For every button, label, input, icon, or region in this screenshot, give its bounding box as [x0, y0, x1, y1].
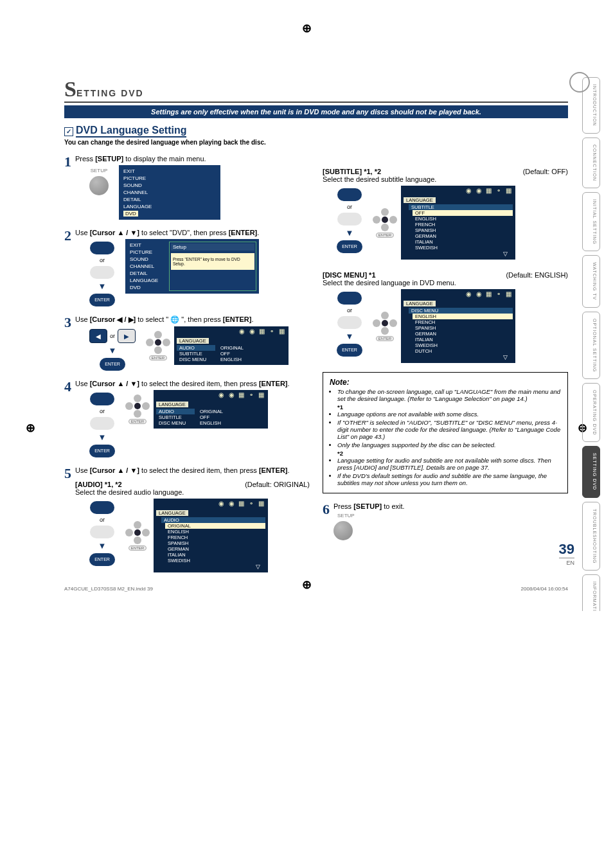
- language-osd-graphic: ◉ ◉ ▦ ⚬ ▦LANGUAGEAUDIOSUBTITLEDISC MENUO…: [174, 326, 289, 365]
- footer-file: A74GCUE_LD370SS8 M2_EN.indd 39: [64, 586, 153, 592]
- step-6-text: Press [SETUP] to exit.: [333, 502, 405, 510]
- step-5-text: Use [Cursor ▲ / ▼] to select the desired…: [75, 466, 290, 474]
- cursor-up-icon: [90, 501, 114, 514]
- circle-ornament: [569, 72, 590, 93]
- setup-button-label: SETUP: [337, 513, 355, 518]
- step-5: 5 Use [Cursor ▲ / ▼] to select the desir…: [64, 466, 310, 572]
- cursor-left-icon: ◀: [89, 329, 107, 343]
- enter-button-icon: ENTER: [89, 445, 115, 457]
- step-6-number: 6: [323, 502, 330, 517]
- cursor-down-icon: [90, 526, 114, 538]
- note-list: To change the on-screen language, call u…: [337, 388, 561, 486]
- dpad-icon: ENTER: [146, 331, 170, 360]
- enter-button-icon: ENTER: [337, 240, 362, 253]
- section-title-text: ETTING DVD: [76, 88, 144, 98]
- step-2-number: 2: [64, 229, 71, 243]
- note-box: Note: To change the on-screen language, …: [323, 372, 568, 493]
- or-label: or: [110, 333, 115, 339]
- step-3-text: Use [Cursor ◀ / ▶] to select " 🌐 ", then…: [75, 315, 253, 323]
- page-number: 39 EN: [559, 541, 574, 566]
- notice-banner: Settings are only effective when the uni…: [64, 105, 568, 118]
- step-6: 6 Press [SETUP] to exit. SETUP: [323, 502, 568, 540]
- enter-button-icon: ENTER: [89, 553, 115, 566]
- note-title: Note:: [330, 378, 561, 387]
- cursor-mid-icon: ▼: [109, 346, 117, 355]
- subtitle-osd-graphic: ◉ ◉ ▦ ⚬ ▦LANGUAGESUBTITLEOFFENGLISHFRENC…: [401, 186, 515, 260]
- step-2-text: Use [Cursor ▲ / ▼] to select "DVD", then…: [75, 229, 259, 236]
- section-title: SETTING DVD: [64, 77, 568, 103]
- or-label: or: [100, 517, 105, 523]
- cursor-mid-icon: ▼: [346, 332, 354, 341]
- side-tab: INFORMATION: [582, 574, 600, 611]
- cursor-down-icon: [90, 417, 114, 430]
- dpad-icon: ENTER: [373, 312, 397, 341]
- step-4-number: 4: [64, 380, 71, 394]
- side-tab: WATCHING TV: [582, 255, 600, 307]
- cursor-mid-icon: ▼: [346, 228, 354, 238]
- cursor-down-icon: [337, 213, 362, 226]
- cursor-up-icon: [337, 188, 362, 201]
- cursor-mid-icon: ▼: [98, 432, 107, 442]
- side-tab: CONNECTION: [582, 137, 600, 188]
- audio-heading: [AUDIO] *1, *2(Default: ORIGINAL): [75, 481, 310, 488]
- step-3: 3 Use [Cursor ◀ / ▶] to select " 🌐 ", th…: [64, 315, 310, 371]
- subtitle-subtext: Select the desired subtitle language.: [323, 175, 568, 183]
- discmenu-heading: [DISC MENU] *1(Default: ENGLISH): [323, 271, 568, 279]
- discmenu-osd-graphic: ◉ ◉ ▦ ⚬ ▦LANGUAGEDISC MENUENGLISHFRENCHS…: [401, 289, 515, 363]
- cursor-mid-icon: ▼: [98, 541, 107, 551]
- or-label: or: [100, 257, 105, 263]
- enter-button-icon: ENTER: [89, 294, 115, 306]
- heading-subtitle: You can change the desired language when…: [64, 139, 568, 146]
- step-2: 2 Use [Cursor ▲ / ▼] to select "DVD", th…: [64, 229, 310, 306]
- dpad-icon: ENTER: [373, 208, 397, 238]
- enter-button-icon: ENTER: [100, 358, 125, 371]
- dpad-icon: ENTER: [125, 394, 150, 424]
- step-4: 4 Use [Cursor ▲ / ▼] to select the desir…: [64, 380, 310, 457]
- or-label: or: [347, 204, 352, 210]
- step-4-text: Use [Cursor ▲ / ▼] to select the desired…: [75, 380, 290, 387]
- step-1: 1 Press [SETUP] to display the main menu…: [64, 155, 310, 220]
- check-icon: ✓: [64, 127, 73, 136]
- side-tab: OPERATING DVD: [582, 383, 600, 442]
- cursor-right-icon: ▶: [118, 329, 136, 343]
- setup-button-icon: [89, 176, 109, 195]
- cursor-down-icon: [90, 266, 114, 279]
- footer: A74GCUE_LD370SS8 M2_EN.indd 39 2008/04/0…: [64, 586, 568, 592]
- side-tab: TROUBLESHOOTING: [582, 502, 600, 571]
- audio-subtext: Select the desired audio language.: [75, 488, 310, 496]
- dvd-setup-graphic: EXITPICTURESOUNDCHANNELDETAILLANGUAGEDVD…: [125, 239, 259, 294]
- setup-button-label: SETUP: [91, 168, 108, 173]
- side-tab: SETTING DVD: [582, 446, 600, 497]
- or-label: or: [100, 408, 105, 414]
- cursor-mid-icon: ▼: [98, 281, 107, 291]
- dpad-icon: ENTER: [125, 521, 150, 551]
- cursor-up-icon: [90, 393, 114, 405]
- cursor-down-icon: [337, 316, 362, 329]
- page-heading: ✓DVD Language Setting: [64, 125, 568, 137]
- main-menu-graphic: EXITPICTURESOUNDCHANNELDETAILLANGUAGEDVD: [119, 165, 220, 220]
- subtitle-heading: [SUBTITLE] *1, *2(Default: OFF): [323, 168, 568, 175]
- language-osd-graphic: ◉ ◉ ▦ ⚬ ▦LANGUAGEAUDIOSUBTITLEDISC MENUO…: [154, 390, 268, 429]
- audio-osd-graphic: ◉ ◉ ▦ ⚬ ▦LANGUAGEAUDIOORIGINALENGLISHFRE…: [154, 499, 268, 572]
- section-title-letter: S: [64, 77, 76, 102]
- setup-button-icon: [333, 521, 353, 540]
- enter-button-icon: ENTER: [337, 344, 362, 357]
- step-1-text: Press [SETUP] to display the main menu.: [75, 155, 206, 163]
- side-tab: INITIAL SETTING: [582, 192, 600, 252]
- heading-text: DVD Language Setting: [76, 125, 186, 137]
- step-1-number: 1: [64, 155, 71, 169]
- side-tabs: INTRODUCTIONCONNECTIONINITIAL SETTINGWAT…: [582, 77, 600, 611]
- discmenu-subtext: Select the desired language in DVD menu.: [323, 279, 568, 287]
- cursor-up-icon: [90, 242, 114, 254]
- footer-timestamp: 2008/04/04 16:00:54: [521, 586, 568, 592]
- step-3-number: 3: [64, 315, 71, 330]
- side-tab: OPTIONAL SETTING: [582, 312, 600, 379]
- or-label: or: [347, 307, 352, 314]
- cursor-up-icon: [337, 292, 362, 305]
- step-5-number: 5: [64, 466, 71, 481]
